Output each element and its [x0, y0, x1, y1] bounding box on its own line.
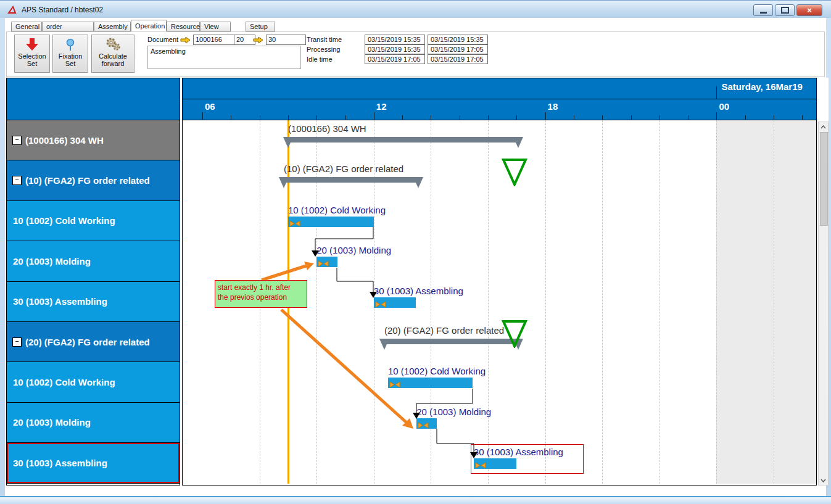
toolbar: SelectionSetFixationSetCalculateforward …	[6, 31, 825, 77]
constraint-marker-icon	[318, 258, 329, 270]
hour-tick	[345, 115, 346, 120]
scroll-up-icon[interactable]	[819, 122, 828, 131]
resource-row-label: 30 (1003) Assembling	[13, 296, 107, 307]
hour-label: 18	[548, 101, 558, 112]
summary-bar[interactable]	[284, 177, 418, 183]
constraint-marker-icon	[389, 379, 400, 390]
bar-label: (20) (FGA2) FG order related	[384, 325, 504, 336]
hour-tick	[574, 115, 574, 120]
hour-tick	[774, 115, 774, 120]
hour-tick	[659, 115, 660, 120]
task-bar[interactable]	[316, 257, 337, 267]
operation-to-field[interactable]: 30	[266, 35, 306, 45]
tab-view[interactable]: View	[200, 22, 231, 31]
resource-row-label: (1000166) 304 WH	[25, 135, 104, 146]
task-bar[interactable]	[374, 297, 416, 308]
resource-row[interactable]: 30 (1003) Assembling	[7, 443, 180, 483]
collapse-icon[interactable]: −	[12, 136, 22, 145]
resource-row[interactable]: 30 (1003) Assembling	[7, 282, 180, 322]
resource-row[interactable]: 20 (1003) Molding	[7, 241, 180, 281]
gantt-chart: Saturday, 16Mar19 06121800 (1000166) 304…	[182, 78, 817, 485]
window-title: APS Standard / hbtest02	[22, 6, 103, 14]
bar-label: 20 (1003) Molding	[316, 245, 391, 255]
hour-band: 06121800	[183, 99, 816, 120]
hour-tick	[688, 115, 688, 120]
button-label: Set	[15, 60, 49, 67]
scroll-down-icon[interactable]	[819, 476, 828, 485]
summary-end-cap	[379, 339, 389, 350]
resource-row[interactable]: 10 (1002) Cold Working	[7, 362, 180, 402]
hour-tick	[431, 115, 431, 120]
resource-row[interactable]: −(10) (FGA2) FG order related	[7, 160, 180, 200]
collapse-icon[interactable]: −	[12, 176, 22, 185]
tab-general[interactable]: General	[11, 22, 42, 31]
pin-icon	[53, 36, 88, 52]
hour-label: 06	[205, 101, 215, 112]
hour-label: 12	[376, 101, 387, 112]
idle-time-label: Idle time	[307, 56, 361, 63]
resource-row[interactable]: −(1000166) 304 WH	[7, 120, 180, 160]
transit-from-field[interactable]: 03/15/2019 15:35	[365, 35, 425, 44]
constraint-marker-icon	[289, 218, 300, 229]
gantt-row: (10) (FGA2) FG order related	[183, 160, 816, 200]
tab-assembly[interactable]: Assembly	[94, 22, 131, 31]
summary-bar[interactable]	[288, 137, 518, 143]
vertical-scroll-thumb[interactable]	[820, 132, 828, 226]
task-bar[interactable]	[388, 378, 473, 388]
processing-label: Processing	[307, 46, 361, 53]
selection-set-button[interactable]: SelectionSet	[14, 35, 50, 73]
resource-row[interactable]: 10 (1002) Cold Working	[7, 201, 180, 241]
hour-tick	[402, 115, 403, 120]
resource-panel: −(1000166) 304 WH−(10) (FGA2) FG order r…	[6, 78, 180, 485]
bar-label: 20 (1003) Molding	[416, 407, 491, 417]
due-date-triangle-icon	[502, 158, 527, 189]
idle-from-field[interactable]: 03/15/2019 17:05	[365, 54, 425, 64]
vertical-scrollbar[interactable]	[818, 122, 829, 485]
minimize-button[interactable]	[753, 4, 773, 16]
resource-row-label: (10) (FGA2) FG order related	[25, 175, 150, 186]
processing-from-field[interactable]: 03/15/2019 15:35	[365, 44, 425, 54]
tab-order[interactable]: order	[42, 22, 94, 31]
document-number-field[interactable]: 1000166	[193, 35, 234, 45]
button-label: Fixation	[53, 52, 88, 60]
tab-resource[interactable]: Resource	[167, 22, 200, 31]
gantt-row: 20 (1003) Molding	[183, 241, 816, 281]
left-panel-header	[7, 78, 180, 120]
hour-tick	[545, 112, 546, 120]
resource-row[interactable]: 20 (1003) Molding	[7, 403, 180, 443]
transit-to-field[interactable]: 03/15/2019 15:35	[428, 35, 488, 44]
summary-end-cap	[413, 177, 423, 188]
constraint-marker-icon	[375, 299, 386, 310]
bar-label: 30 (1003) Assembling	[374, 286, 463, 296]
tab-operation[interactable]: Operation	[131, 20, 167, 31]
resource-row-label: 20 (1003) Molding	[13, 256, 91, 266]
resource-row-label: 20 (1003) Molding	[13, 417, 91, 428]
collapse-icon[interactable]: −	[12, 337, 22, 347]
calculate-forward-button[interactable]: Calculateforward	[91, 35, 134, 73]
task-bar[interactable]	[416, 418, 436, 429]
resource-row[interactable]: −(20) (FGA2) FG order related	[7, 322, 180, 362]
window-bottom-border	[0, 496, 831, 504]
tab-bar: GeneralorderAssemblyOperationResourceVie…	[11, 19, 275, 31]
resource-row-label: 10 (1002) Cold Working	[13, 377, 115, 387]
fixation-set-button[interactable]: FixationSet	[52, 35, 88, 73]
hour-tick	[745, 115, 746, 120]
close-icon: ×	[807, 6, 812, 15]
idle-to-field[interactable]: 03/15/2019 17:05	[428, 54, 488, 64]
gantt-body: (1000166) 304 WH(10) (FGA2) FG order rel…	[183, 120, 816, 484]
maximize-button[interactable]	[775, 4, 795, 16]
operation-from-field[interactable]: 20	[234, 35, 255, 45]
task-bar[interactable]	[288, 217, 374, 227]
operation-description-box[interactable]: Assembling	[147, 46, 301, 69]
close-button[interactable]: ×	[796, 4, 822, 16]
hour-tick	[374, 112, 374, 120]
hour-tick	[231, 115, 231, 120]
summary-end-cap	[283, 137, 293, 148]
red-down-arrow-icon	[15, 36, 49, 52]
summary-bar[interactable]	[384, 339, 518, 344]
hour-tick	[602, 115, 603, 120]
processing-to-field[interactable]: 03/15/2019 17:05	[428, 44, 488, 54]
tab-setup[interactable]: Setup	[246, 22, 275, 31]
annotation-line: start exactly 1 hr. after	[218, 283, 307, 292]
title-bar: APS Standard / hbtest02 ×	[0, 1, 831, 18]
